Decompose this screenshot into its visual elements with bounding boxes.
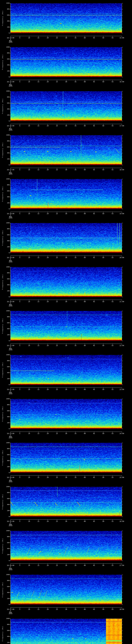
date-label: 5May2015 bbox=[9, 258, 12, 262]
y-tick-label: 800 bbox=[4, 624, 10, 625]
y-tick-label: 1000 bbox=[4, 90, 10, 92]
x-tick-label: 5 bbox=[19, 389, 20, 390]
y-tick-label: 1000 bbox=[4, 310, 10, 312]
y-tick-label: 800 bbox=[4, 272, 10, 274]
x-tick-label: 40 bbox=[84, 477, 86, 478]
x-tick-label: 20 bbox=[47, 169, 48, 170]
x-tick-label: 15 bbox=[38, 213, 39, 214]
y-axis-title: Frequency (Hz) bbox=[2, 230, 4, 246]
y-tick-label: 800 bbox=[4, 404, 10, 406]
date-label-line: 2015 bbox=[9, 525, 12, 526]
x-tick-label: 35 bbox=[74, 213, 76, 214]
y-tick-label: 0 bbox=[4, 76, 10, 78]
spectrogram-panel: Frequency (Hz)1000800600400200018:17:005… bbox=[0, 132, 132, 176]
x-tick-label: 40 bbox=[84, 213, 86, 214]
x-axis-end-time-label: 18:00 bbox=[120, 169, 124, 170]
spectrogram-panel: Frequency (Hz)1000800600400200018:19:005… bbox=[0, 220, 132, 264]
x-tick-label: 15 bbox=[38, 433, 39, 434]
y-tick-label: 200 bbox=[4, 554, 10, 556]
y-axis-title: Frequency (Hz) bbox=[2, 54, 4, 70]
x-tick-label: 10 bbox=[28, 213, 30, 214]
y-tick-label: 600 bbox=[4, 14, 10, 16]
spectrogram-panel: Frequency (Hz)1000800600400200018:25:005… bbox=[0, 484, 132, 528]
x-tick-label: 45 bbox=[93, 477, 95, 478]
date-label-line: 2015 bbox=[9, 349, 12, 350]
x-tick-label: 10 bbox=[28, 477, 30, 478]
x-tick-label: 15 bbox=[38, 565, 39, 566]
x-tick-label: 45 bbox=[93, 125, 95, 126]
date-label: 5May2015 bbox=[9, 346, 12, 350]
y-tick-label: 200 bbox=[4, 202, 10, 204]
y-tick-label: 0 bbox=[4, 32, 10, 34]
y-axis-title: Frequency (Hz) bbox=[2, 406, 4, 422]
date-label: 5May2015 bbox=[9, 83, 12, 87]
x-tick-label: 10 bbox=[28, 520, 30, 522]
y-tick-label: 400 bbox=[4, 504, 10, 506]
x-tick-label: 45 bbox=[93, 565, 95, 566]
x-tick-label: 40 bbox=[84, 520, 86, 522]
y-tick-label: 1000 bbox=[4, 134, 10, 136]
spectrogram-panel: Frequency (Hz)1000800600400200018:15:005… bbox=[0, 44, 132, 88]
y-tick-label: 600 bbox=[4, 410, 10, 412]
x-tick-label: 50 bbox=[102, 477, 104, 478]
y-tick-label: 1000 bbox=[4, 574, 10, 576]
y-tick-label: 200 bbox=[4, 598, 10, 600]
y-axis-title: Frequency (Hz) bbox=[2, 98, 4, 114]
x-tick-label: 25 bbox=[56, 389, 58, 390]
x-tick-label: 50 bbox=[102, 608, 104, 610]
x-tick-label: 30 bbox=[65, 301, 67, 302]
y-tick-label: 400 bbox=[4, 196, 10, 198]
y-tick-label: 0 bbox=[4, 120, 10, 122]
y-axis-title: Frequency (Hz) bbox=[2, 538, 4, 554]
y-axis-title: Frequency (Hz) bbox=[2, 450, 4, 466]
x-tick-label: 15 bbox=[38, 81, 39, 82]
y-tick-label: 0 bbox=[4, 516, 10, 518]
x-tick-label: 35 bbox=[74, 257, 76, 258]
x-tick-label: 40 bbox=[84, 37, 86, 39]
x-tick-label: 25 bbox=[56, 213, 58, 214]
x-tick-label: 10 bbox=[28, 37, 30, 39]
y-tick-label: 400 bbox=[4, 416, 10, 418]
x-axis-end-time-label: 17:00 bbox=[120, 125, 124, 126]
y-tick-label: 0 bbox=[4, 164, 10, 166]
x-tick-label: 30 bbox=[65, 125, 67, 126]
x-tick-label: 30 bbox=[65, 477, 67, 478]
x-tick-label: 5 bbox=[19, 257, 20, 258]
y-tick-label: 200 bbox=[4, 642, 10, 643]
x-tick-label: 40 bbox=[84, 389, 86, 390]
x-tick-label: 25 bbox=[56, 433, 58, 434]
date-label: 5May2015 bbox=[9, 214, 12, 219]
y-tick-label: 200 bbox=[4, 510, 10, 512]
x-tick-label: 50 bbox=[102, 345, 104, 346]
y-tick-label: 800 bbox=[4, 96, 10, 98]
y-tick-label: 200 bbox=[4, 158, 10, 160]
y-tick-label: 800 bbox=[4, 8, 10, 10]
y-tick-label: 0 bbox=[4, 384, 10, 386]
x-tick-label: 30 bbox=[65, 520, 67, 522]
x-tick-label: 45 bbox=[93, 81, 95, 82]
x-axis-end-time-label: 15:00 bbox=[120, 37, 124, 39]
date-label-line: 2015 bbox=[9, 393, 12, 394]
y-tick-label: 400 bbox=[4, 284, 10, 286]
x-tick-label: 45 bbox=[93, 389, 95, 390]
x-tick-label: 10 bbox=[28, 565, 30, 566]
date-label-line: 2015 bbox=[9, 569, 12, 570]
date-label-line: 2015 bbox=[9, 86, 12, 87]
spectrogram-panel: Frequency (Hz)1000800600400200018:14:005… bbox=[0, 0, 132, 44]
spectrogram-panel: Frequency (Hz)1000800600400200018:27:005… bbox=[0, 572, 132, 616]
x-tick-label: 40 bbox=[84, 565, 86, 566]
y-tick-label: 400 bbox=[4, 328, 10, 330]
x-tick-label: 35 bbox=[74, 125, 76, 126]
date-label: 5May2015 bbox=[9, 127, 12, 131]
spectrogram-panel: Frequency (Hz)1000800600400200018:26:005… bbox=[0, 528, 132, 572]
spectrogram-panel: Frequency (Hz)1000800600400200018:21:005… bbox=[0, 308, 132, 352]
x-tick-label: 35 bbox=[74, 389, 76, 390]
x-tick-label: 35 bbox=[74, 37, 76, 39]
x-tick-label: 55 bbox=[112, 81, 114, 82]
x-tick-label: 25 bbox=[56, 257, 58, 258]
y-tick-label: 1000 bbox=[4, 398, 10, 400]
date-label: 5May2015 bbox=[9, 390, 12, 394]
spectrogram-panel: Frequency (Hz)1000800600400200018:28:005… bbox=[0, 616, 132, 644]
y-tick-label: 600 bbox=[4, 322, 10, 324]
y-tick-label: 1000 bbox=[4, 486, 10, 488]
